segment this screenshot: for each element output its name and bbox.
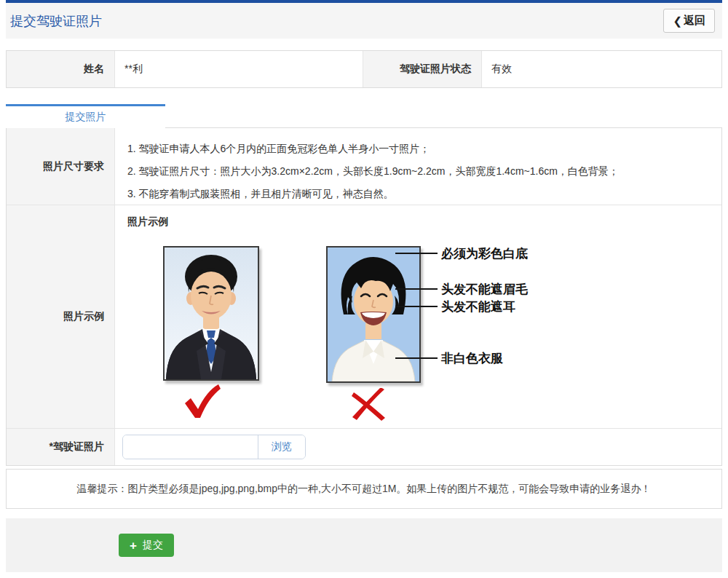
upload-content: 浏览 (115, 429, 721, 465)
check-mark-icon (181, 382, 223, 420)
file-path-input[interactable] (123, 435, 258, 459)
back-button[interactable]: ❮ 返回 (663, 9, 715, 33)
notice-box: 温馨提示：图片类型必须是jpeg,jpg,png,bmp中的一种,大小不可超过1… (6, 469, 722, 509)
annotation-leader-line (395, 306, 438, 307)
file-upload-group: 浏览 (122, 435, 306, 459)
info-row: 姓名 **利 驾驶证照片状态 有效 (6, 50, 722, 88)
requirements-content: 1. 驾驶证申请人本人6个月内的正面免冠彩色单人半身小一寸照片； 2. 驾驶证照… (115, 128, 721, 205)
upload-row: *驾驶证照片 浏览 (7, 428, 721, 465)
annotation-hair-eyebrows: 头发不能遮眉毛 (395, 281, 528, 297)
license-photo-status-label: 驾驶证照片状态 (363, 51, 481, 87)
requirements-label: 照片尺寸要求 (7, 128, 115, 205)
annotation-non-white-clothes: 非白色衣服 (395, 350, 503, 366)
annotation-leader-line (395, 357, 438, 359)
annotation-text: 头发不能遮眉毛 (441, 281, 528, 298)
photo-form-table: 照片尺寸要求 1. 驾驶证申请人本人6个月内的正面免冠彩色单人半身小一寸照片； … (6, 128, 722, 466)
x-mark-icon (351, 388, 389, 421)
annotation-text: 必须为彩色白底 (441, 245, 528, 262)
requirement-item: 2. 驾驶证照片尺寸：照片大小为3.2cm×2.2cm，头部长度1.9cm~2.… (127, 160, 707, 183)
tab-bar: 提交照片 (6, 104, 722, 128)
good-photo-sample (163, 246, 259, 381)
example-title: 照片示例 (127, 215, 168, 229)
page: 提交驾驶证照片 ❮ 返回 姓名 **利 驾驶证照片状态 有效 提交照片 照片尺寸… (6, 0, 722, 572)
annotation-leader-line (395, 288, 438, 290)
upload-label: *驾驶证照片 (7, 429, 115, 465)
submit-button[interactable]: + 提交 (119, 534, 174, 557)
page-header: 提交驾驶证照片 ❮ 返回 (6, 0, 722, 39)
annotation-white-background: 必须为彩色白底 (395, 245, 528, 261)
name-label: 姓名 (7, 51, 115, 87)
requirement-item: 3. 不能穿着制式服装照相，并且相片清晰可见，神态自然。 (127, 183, 707, 205)
annotation-text: 头发不能遮耳 (441, 298, 515, 315)
submit-button-label: 提交 (143, 539, 163, 552)
back-button-label: 返回 (684, 14, 705, 28)
notice-text: 温馨提示：图片类型必须是jpeg,jpg,png,bmp中的一种,大小不可超过1… (77, 483, 652, 496)
annotation-text: 非白色衣服 (441, 350, 503, 367)
annotation-leader-line (395, 253, 438, 254)
example-label: 照片示例 (7, 205, 115, 428)
chevron-left-icon: ❮ (673, 15, 682, 28)
browse-button[interactable]: 浏览 (258, 435, 305, 459)
name-value: **利 (115, 51, 363, 87)
annotation-hair-ears: 头发不能遮耳 (395, 298, 515, 314)
license-photo-status-value: 有效 (481, 51, 721, 87)
example-row: 照片示例 照片示例 (7, 205, 721, 428)
footer-panel: + 提交 (6, 518, 722, 572)
example-content: 照片示例 (115, 205, 721, 428)
page-title: 提交驾驶证照片 (10, 12, 102, 30)
plus-icon: + (130, 539, 137, 552)
requirements-row: 照片尺寸要求 1. 驾驶证申请人本人6个月内的正面免冠彩色单人半身小一寸照片； … (7, 128, 721, 205)
requirement-item: 1. 驾驶证申请人本人6个月内的正面免冠彩色单人半身小一寸照片； (127, 138, 707, 160)
tab-submit-photo[interactable]: 提交照片 (6, 104, 165, 128)
good-photo-illustration (165, 248, 258, 379)
